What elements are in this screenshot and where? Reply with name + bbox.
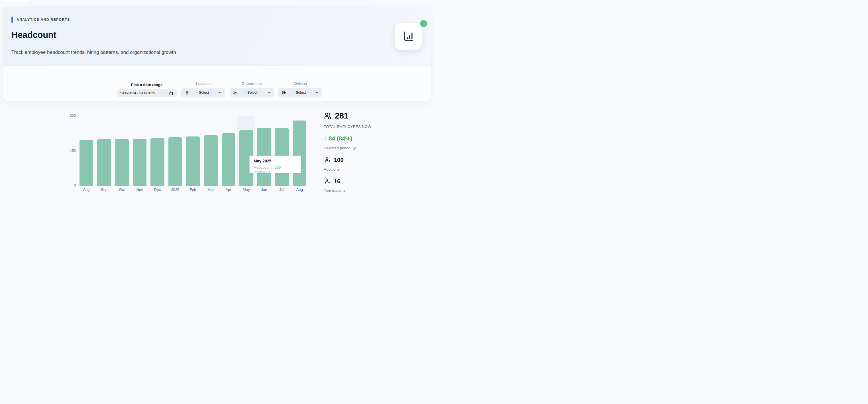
x-axis-label: Jun: [255, 187, 273, 192]
x-axis-label: Dec: [149, 187, 166, 192]
chart-tooltip: May 2025 Headcount : 239 employees: [249, 156, 301, 173]
y-axis-tick: 150: [59, 149, 76, 153]
total-employees-label: TOTAL EMPLOYEES NOW: [324, 125, 371, 129]
bar-dec[interactable]: [151, 138, 164, 186]
total-employees-value: 281: [335, 111, 348, 121]
x-axis-label: Aug: [78, 187, 95, 192]
user-minus-icon: [324, 178, 331, 185]
terminations-label: Terminations: [324, 188, 346, 193]
bar-aug[interactable]: [80, 140, 93, 186]
period-change-value: 84 (84%): [329, 135, 352, 142]
terminations-value: 16: [334, 178, 340, 185]
user-plus-icon: [324, 157, 331, 163]
period-change: ↑ 84 (84%): [324, 135, 352, 142]
x-axis-label: Sep: [95, 187, 113, 192]
period-change-label: Selected period: [324, 146, 356, 150]
bar-nov[interactable]: [133, 139, 147, 186]
bar-aug[interactable]: [293, 121, 307, 186]
y-axis-tick: 0: [59, 184, 76, 187]
x-axis-label: Feb: [184, 187, 202, 192]
info-icon[interactable]: [352, 147, 356, 150]
bar-2025[interactable]: [168, 137, 182, 186]
bar-oct[interactable]: [115, 139, 129, 186]
additions-label: Additions: [324, 167, 340, 172]
up-arrow-icon: ↑: [324, 135, 327, 142]
y-axis-tick: 300: [59, 114, 76, 118]
x-axis-label: Aug: [291, 187, 308, 192]
users-icon: [324, 112, 332, 120]
bar-sep[interactable]: [97, 139, 111, 186]
tooltip-value: Headcount : 239 employees: [254, 165, 297, 174]
x-axis-label: May: [237, 187, 255, 192]
x-axis-label: Jul: [273, 187, 291, 192]
bar-apr[interactable]: [222, 133, 236, 186]
x-axis-label: Apr: [220, 187, 237, 192]
x-axis-label: Oct: [113, 187, 131, 192]
bar-feb[interactable]: [186, 136, 200, 186]
tooltip-title: May 2025: [254, 159, 297, 163]
x-axis-label: Mar: [202, 187, 219, 192]
headcount-bar-chart: May 2025 Headcount : 239 employees 01503…: [0, 0, 434, 202]
bar-mar[interactable]: [204, 135, 218, 186]
x-axis-label: Nov: [131, 187, 149, 192]
x-axis-label: 2025: [166, 187, 184, 192]
additions-value: 100: [334, 157, 343, 163]
page: ANALYTICS AND REPORTS Headcount Track em…: [0, 0, 434, 202]
